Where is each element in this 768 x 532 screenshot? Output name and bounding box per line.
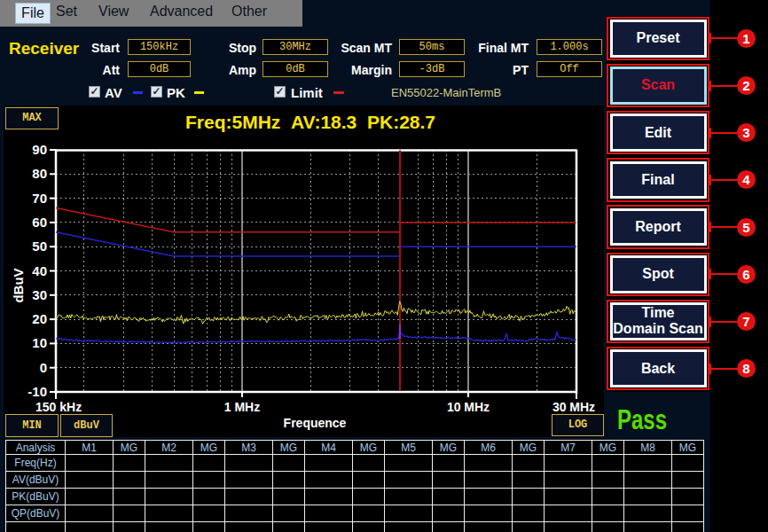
svg-text:1 MHz: 1 MHz <box>224 400 260 414</box>
svg-text:70: 70 <box>32 191 47 206</box>
svg-text:60: 60 <box>32 215 47 230</box>
svg-text:80: 80 <box>32 166 47 181</box>
svg-text:20: 20 <box>32 311 47 326</box>
svg-text:50: 50 <box>32 239 47 254</box>
svg-text:90: 90 <box>32 142 47 157</box>
svg-text:Freq:5MHz AV:18.3 PK:28.7: Freq:5MHz AV:18.3 PK:28.7 <box>185 112 435 132</box>
svg-text:dBuV: dBuV <box>11 268 26 302</box>
svg-text:30: 30 <box>32 287 47 302</box>
svg-text:0: 0 <box>40 360 47 375</box>
svg-text:10 MHz: 10 MHz <box>447 400 490 414</box>
svg-text:40: 40 <box>32 263 47 278</box>
svg-text:30 MHz: 30 MHz <box>552 400 595 414</box>
svg-text:10: 10 <box>32 335 47 350</box>
svg-text:-10: -10 <box>27 384 47 399</box>
svg-text:Frequence: Frequence <box>284 416 347 430</box>
svg-text:150 kHz: 150 kHz <box>35 400 82 414</box>
